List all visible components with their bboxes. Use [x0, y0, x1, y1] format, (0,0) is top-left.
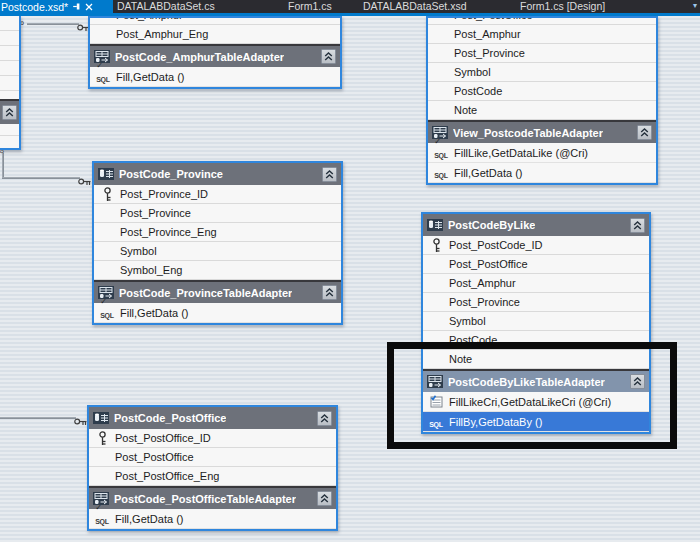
- query-row[interactable]: SQL✓Fill,GetData (): [89, 509, 336, 529]
- collapse-chevron-icon[interactable]: [317, 411, 332, 426]
- tableadapter-title: PostCodeByLikeTableAdapter: [448, 376, 605, 388]
- column-row[interactable]: Post_Province: [428, 44, 656, 63]
- query-label: Fill,GetData (): [120, 307, 188, 319]
- column-row[interactable]: Symbol: [94, 242, 341, 261]
- collapse-chevron-icon[interactable]: [321, 49, 336, 64]
- sql-glyph: SQL✓: [100, 304, 114, 322]
- column-row[interactable]: Post_PostOffice: [423, 255, 649, 274]
- column-row[interactable]: Symbol: [428, 63, 656, 82]
- column-label: Post_Amphur: [116, 18, 183, 21]
- query-row[interactable]: FillLikeCri,GetDataLikeCri (@Cri): [423, 392, 649, 412]
- column-label: Post_Amphur: [449, 277, 516, 289]
- column-label: Post_Province_ID: [120, 188, 208, 200]
- table-header[interactable]: PostCode_Province: [94, 163, 341, 185]
- relation-line[interactable]: [27, 23, 79, 25]
- check-glyph: ✓: [434, 137, 441, 146]
- tableadapter-title: PostCode_AmphurTableAdapter: [115, 51, 284, 63]
- query-label: Fill,GetData (): [115, 513, 183, 525]
- collapse-chevron-icon[interactable]: [637, 125, 652, 140]
- tableadapter-header[interactable]: PostCodeByLikeTableAdapter: [423, 369, 649, 392]
- tab-datalabdataset-cs[interactable]: DATALABDataSet.cs: [117, 0, 215, 13]
- column-row[interactable]: Post_PostOffice: [89, 448, 336, 467]
- table-box-amphur[interactable]: Post_AmphurPost_Amphur_EngPostCode_Amphu…: [88, 16, 342, 89]
- column-row[interactable]: Post_Province: [423, 293, 649, 312]
- check-glyph: ✓: [95, 503, 102, 512]
- tab-postcode-xsd[interactable]: Postcode.xsd*: [0, 0, 113, 13]
- column-label: Post_PostOffice: [454, 18, 533, 21]
- table-title: PostCode_Province: [119, 168, 223, 180]
- column-row[interactable]: Post_Province_ID: [94, 185, 341, 204]
- column-row[interactable]: Note: [423, 350, 649, 369]
- table-box-postoffice[interactable]: PostCode_PostOfficePost_PostOffice_IDPos…: [87, 405, 338, 531]
- column-label: Symbol: [454, 66, 491, 78]
- collapse-chevron-icon[interactable]: [630, 374, 645, 389]
- sql-check-icon: SQL✓: [89, 510, 115, 528]
- primary-key-icon: [89, 431, 115, 446]
- column-label: Symbol: [120, 245, 157, 257]
- column-label: Post_PostOffice_Eng: [115, 470, 219, 482]
- column-row[interactable]: Post_PostOffice_ID: [89, 429, 336, 448]
- tab-list-dropdown-icon[interactable]: ▾: [693, 0, 697, 13]
- column-row[interactable]: Post_Amphur_Eng: [90, 25, 340, 44]
- collapse-chevron-icon[interactable]: [322, 167, 337, 182]
- query-row[interactable]: SQLFill,GetData (): [428, 163, 656, 183]
- column-label: Post_Province: [449, 296, 520, 308]
- column-row[interactable]: Post_Amphur: [90, 18, 340, 25]
- pin-icon[interactable]: [72, 2, 81, 11]
- column-row[interactable]: PostCode: [423, 331, 649, 350]
- column-row[interactable]: Post_PostCode_ID: [423, 236, 649, 255]
- sql-icon: SQL: [423, 413, 449, 431]
- sql-check-icon: SQL✓: [428, 144, 454, 162]
- tab-form1-cs-design-[interactable]: Form1.cs [Design]: [520, 0, 605, 13]
- query-row[interactable]: SQL✓Fill,GetData (): [90, 67, 340, 87]
- collapse-chevron-icon[interactable]: [317, 491, 332, 506]
- column-row[interactable]: PostCode: [428, 82, 656, 101]
- close-icon[interactable]: [85, 3, 93, 11]
- query-label: Fill,GetData (): [116, 71, 184, 83]
- tableadapter-header[interactable]: PostCode_ProvinceTableAdapter: [94, 280, 341, 303]
- table-box-bylike[interactable]: PostCodeByLikePost_PostCode_IDPost_PostO…: [421, 212, 651, 434]
- table-title: PostCodeByLike: [448, 219, 535, 231]
- table-title: PostCode_PostOffice: [114, 412, 226, 424]
- tableadapter-header[interactable]: View_PostcodeTableAdapter: [428, 120, 656, 143]
- table-header[interactable]: PostCode_PostOffice: [89, 407, 336, 429]
- table-box-clipped-fragment[interactable]: [0, 16, 21, 150]
- column-label: Post_PostCode_ID: [449, 239, 543, 251]
- designer-canvas: ∞ ∞ Post_AmphurPost_Amphur_EngPostCode_A…: [0, 16, 700, 542]
- table-box-view[interactable]: Post_PostOfficePost_AmphurPost_ProvinceS…: [426, 16, 658, 185]
- adapter-header-fragment: [0, 99, 19, 124]
- relation-line[interactable]: [2, 153, 4, 177]
- datatable-icon: [98, 168, 114, 180]
- column-row[interactable]: Post_Province: [94, 204, 341, 223]
- table-header[interactable]: PostCodeByLike: [423, 214, 649, 236]
- column-row[interactable]: Note: [428, 101, 656, 120]
- relation-line[interactable]: [2, 177, 80, 179]
- sql-glyph: SQL: [429, 413, 443, 431]
- query-row[interactable]: SQL✓FillLike,GetDataLike (@Cri): [428, 143, 656, 163]
- column-row[interactable]: Post_Amphur: [423, 274, 649, 293]
- column-row[interactable]: Symbol_Eng: [94, 261, 341, 280]
- collapse-chevron-icon[interactable]: [2, 105, 17, 120]
- tableadapter-title: PostCode_ProvinceTableAdapter: [119, 287, 292, 299]
- collapse-chevron-icon[interactable]: [322, 285, 337, 300]
- column-row[interactable]: Post_Province_Eng: [94, 223, 341, 242]
- tableadapter-header[interactable]: PostCode_AmphurTableAdapter: [90, 44, 340, 67]
- relation-line[interactable]: [0, 417, 76, 419]
- collapse-chevron-icon[interactable]: [630, 218, 645, 233]
- column-label: PostCode: [449, 334, 497, 346]
- table-box-province[interactable]: PostCode_ProvincePost_Province_IDPost_Pr…: [92, 161, 343, 325]
- tab-datalabdataset-xsd[interactable]: DATALABDataSet.xsd: [363, 0, 467, 13]
- sql-text: SQL: [429, 421, 443, 428]
- column-row[interactable]: Post_Amphur: [428, 25, 656, 44]
- query-row[interactable]: SQL✓Fill,GetData (): [94, 303, 341, 323]
- column-row[interactable]: Post_PostOffice_Eng: [89, 467, 336, 486]
- column-row[interactable]: Symbol: [423, 312, 649, 331]
- column-label: Post_Amphur_Eng: [116, 28, 208, 40]
- tableadapter-header[interactable]: PostCode_PostOfficeTableAdapter: [89, 486, 336, 509]
- column-label: Note: [454, 104, 477, 116]
- sql-glyph: SQL: [434, 164, 448, 182]
- query-row[interactable]: SQLFillBy,GetDataBy (): [423, 412, 649, 432]
- column-row[interactable]: Post_PostOffice: [428, 18, 656, 25]
- column-label: Post_PostOffice: [115, 451, 194, 463]
- tab-form1-cs[interactable]: Form1.cs: [288, 0, 332, 13]
